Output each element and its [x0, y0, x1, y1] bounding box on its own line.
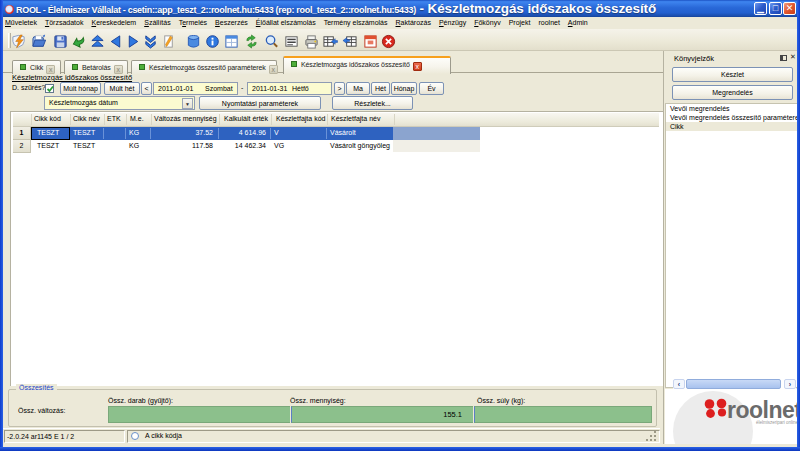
svg-text:élelmiszeripari online: élelmiszeripari online [756, 420, 797, 425]
